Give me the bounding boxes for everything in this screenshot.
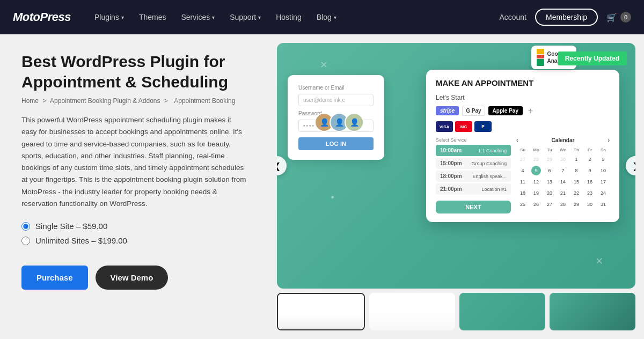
right-panel: Recently Updated ❮ ❯ ✕ ● ● ✕ 👤 👤 👤 Usern… (268, 34, 644, 339)
cal-cell[interactable]: 6 (545, 166, 554, 175)
thumbnail-3[interactable] (459, 293, 545, 330)
main-content: Best WordPress Plugin for Appointment & … (0, 34, 644, 339)
nav-hosting[interactable]: Hosting (269, 9, 308, 26)
service-item-2[interactable]: 15:00pm Group Coaching (436, 158, 511, 169)
pricing-options: Single Site – $59.00 Unlimited Sites – $… (21, 222, 247, 250)
cal-cell[interactable]: 25 (518, 200, 528, 209)
thumbnail-4[interactable] (550, 293, 635, 330)
plugins-arrow: ▾ (121, 14, 124, 20)
deco-dot-2: ● (331, 193, 334, 201)
cal-header: ‹ Calendar › (516, 137, 610, 143)
stripe-logo: stripe (436, 106, 459, 115)
cal-cell[interactable]: 8 (572, 166, 581, 175)
cal-cell[interactable]: 19 (531, 188, 541, 198)
cal-cell[interactable]: 30 (585, 200, 595, 209)
service-item-3[interactable]: 18:00pm English speak... (436, 171, 511, 182)
breadcrumb-home[interactable]: Home (21, 97, 39, 105)
radio-unlimited[interactable] (21, 237, 30, 245)
radio-single[interactable] (21, 222, 30, 231)
cart-badge: 0 (620, 12, 631, 23)
cal-cell[interactable]: 20 (545, 188, 554, 198)
ga-icon (537, 49, 544, 66)
appt-title: MAKE AN APPOINTMENT (436, 78, 533, 87)
cal-cell[interactable]: 12 (531, 177, 541, 187)
cal-cell[interactable]: 9 (585, 166, 595, 175)
service-item-1[interactable]: 10:00am 1:1 Coaching (436, 145, 511, 156)
cart-icon[interactable]: 🛒 0 (606, 12, 631, 23)
cal-cell[interactable]: 26 (531, 200, 541, 209)
cal-cell[interactable]: 27 (518, 154, 528, 164)
cal-cell[interactable]: 21 (558, 188, 568, 198)
paypal-icon: 𝗣 (474, 121, 492, 132)
cal-cell[interactable]: 31 (598, 200, 608, 209)
cal-cell[interactable]: 30 (558, 154, 568, 164)
cal-cell[interactable]: 29 (572, 200, 581, 209)
appointment-card: MAKE AN APPOINTMENT Let's Start stripe G… (426, 70, 619, 222)
card-icons: VISA MC 𝗣 (436, 121, 610, 132)
cal-cell[interactable]: 29 (545, 154, 554, 164)
payment-icons: stripe G Pay Apple Pay + (436, 106, 610, 116)
cal-cell[interactable]: 7 (558, 166, 568, 175)
nav-services[interactable]: Services ▾ (174, 9, 221, 26)
cal-cell[interactable]: 22 (572, 188, 581, 198)
next-button[interactable]: NEXT (436, 201, 511, 213)
service-list: Select Service 10:00am 1:1 Coaching 15:0… (436, 137, 511, 213)
service-time-3: 18:00pm (440, 173, 462, 179)
carousel-next-button[interactable]: ❯ (626, 156, 635, 175)
pricing-option-unlimited[interactable]: Unlimited Sites – $199.00 (21, 236, 247, 245)
cal-cell[interactable]: 23 (585, 188, 595, 198)
cal-cell[interactable]: 3 (598, 154, 608, 164)
appt-subtitle: Let's Start (436, 94, 610, 101)
cal-cell-today[interactable]: 5 (531, 166, 541, 175)
services-arrow: ▾ (212, 14, 215, 20)
account-link[interactable]: Account (499, 13, 526, 21)
cal-prev[interactable]: ‹ (516, 137, 518, 143)
cal-cell[interactable]: 1 (572, 154, 581, 164)
breadcrumb-link1[interactable]: Appointment Booking Plugin & Addons (50, 97, 160, 105)
pricing-option-single[interactable]: Single Site – $59.00 (21, 222, 247, 231)
nav-themes[interactable]: Themes (133, 9, 173, 26)
nav-plugins[interactable]: Plugins ▾ (88, 9, 130, 26)
service-name-1: 1:1 Coaching (478, 148, 507, 153)
cal-cell[interactable]: 2 (585, 154, 595, 164)
cal-cell[interactable]: 24 (598, 188, 608, 198)
pricing-unlimited-label: Unlimited Sites – $199.00 (35, 236, 127, 245)
username-field[interactable]: user@demolink.c (298, 94, 374, 106)
membership-button[interactable]: Membership (535, 9, 598, 26)
carousel-prev-button[interactable]: ❮ (277, 156, 287, 175)
cal-cell[interactable]: 15 (572, 177, 581, 187)
gpay-logo: G Pay (462, 106, 485, 116)
cal-cell[interactable]: 27 (545, 200, 554, 209)
breadcrumb: Home > Appointment Booking Plugin & Addo… (21, 97, 247, 105)
cal-cell[interactable]: 18 (518, 188, 528, 198)
breadcrumb-current: Appointment Booking (174, 97, 235, 105)
login-button[interactable]: LOG IN (298, 137, 374, 150)
thumbnail-1[interactable] (277, 293, 365, 330)
thumbnail-2[interactable] (369, 293, 455, 330)
service-name-4: Location #1 (481, 187, 507, 192)
card-body: Select Service 10:00am 1:1 Coaching 15:0… (436, 137, 610, 213)
cal-cell[interactable]: 14 (558, 177, 568, 187)
cal-cell[interactable]: 13 (545, 177, 554, 187)
service-name-3: English speak... (472, 174, 507, 179)
nav-blog[interactable]: Blog ▾ (310, 9, 343, 26)
page-title: Best WordPress Plugin for Appointment & … (21, 51, 247, 92)
cal-cell[interactable]: 10 (598, 166, 608, 175)
cal-cell[interactable]: 28 (558, 200, 568, 209)
cal-cell[interactable]: 16 (585, 177, 595, 187)
cal-cell[interactable]: 28 (531, 154, 541, 164)
cal-cell[interactable]: 4 (518, 166, 528, 175)
cta-buttons: Purchase View Demo (21, 266, 247, 290)
cal-cell[interactable]: 11 (518, 177, 528, 187)
view-demo-button[interactable]: View Demo (96, 266, 169, 290)
purchase-button[interactable]: Purchase (21, 266, 88, 290)
logo[interactable]: MotoPress (13, 10, 71, 24)
left-panel: Best WordPress Plugin for Appointment & … (0, 34, 268, 339)
cal-cell[interactable]: 17 (598, 177, 608, 187)
cal-title: Calendar (552, 137, 575, 143)
nav-support[interactable]: Support ▾ (223, 9, 267, 26)
cal-next[interactable]: › (608, 137, 610, 143)
service-item-4[interactable]: 21:00pm Location #1 (436, 183, 511, 195)
service-time-2: 15:00pm (440, 160, 462, 166)
recently-updated-badge: Recently Updated (558, 51, 627, 65)
